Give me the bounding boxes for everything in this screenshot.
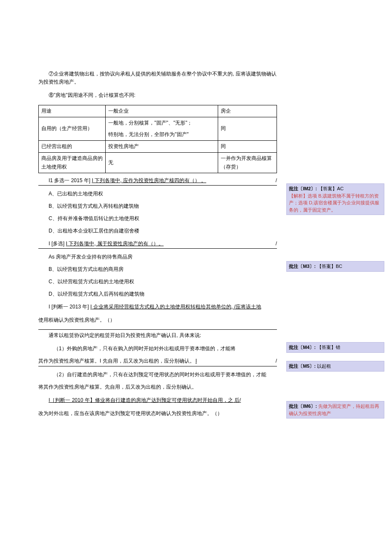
comment-label: 批注〔IM6〕: [289, 404, 317, 409]
paragraph-confirm-1b: 其作为投资性房地产核算。I 先自用，后又改为出租的，应分别确认。 I / [38, 357, 277, 366]
comment-m3: 批注〔M3〕: 【答案】BC [286, 261, 384, 272]
paragraph-confirm-2: （2）自行建造的房地产，只有在达到预定可使用状态的同时对外出租或用于资本增值的，… [38, 371, 277, 379]
q3-underline: I 企业将采用经营租赁方式租入的土地使用权转租给其他单位的, /应将该土地 [90, 304, 261, 310]
paragraph-8: ⑧"房地"因用途不同，会计核算也不同: [38, 91, 277, 99]
comment-label: 批注〔M5〕: [289, 363, 316, 369]
table-cell: 已经营出租的 [39, 141, 106, 153]
table-cell: 同 [218, 141, 277, 153]
q2-prefix: I [多选] [49, 241, 66, 247]
paragraph-confirm-2b: 将其作为投资性房地产核算。先自用，后又改为出租的，应分别确认。 [38, 383, 277, 391]
table-cell: 无 [106, 153, 218, 173]
paragraph-confirm-1: （1）外购的房地产，只有在购入的同时开始对外出租或用于资本增值的，才能将 [38, 345, 277, 353]
cell-line: 特别地，无法分别，全部作为"固产" [108, 131, 215, 139]
slash-mark: / [276, 357, 277, 365]
comment-body: 以起租 [317, 363, 331, 369]
table-cell: 一并作为开发商品核算（存货） [218, 153, 277, 173]
comment-answer: 【答案】BC [317, 264, 342, 269]
table-row: 已经营出租的 投资性房地产 同 [39, 141, 277, 153]
table-header: 一般企业 [106, 105, 218, 117]
comment-answer: 【答案】错 [317, 345, 340, 350]
comment-body: 【解析】选项 B,该建筑物不属于转租方的资产；选项 D,该宿舍楼属于为企业间接提… [289, 192, 382, 214]
q2-option-d: D、以经营租赁方式租入后再转租的建筑物 [38, 290, 277, 298]
table-row: 商品房及用于建造商品房的土地使用权 无 一并作为开发商品核算（存货） [39, 153, 277, 173]
paragraph-confirm: 通常以租赁协议约定的租赁开始日为投资性房地产确认日, 具体来说: [38, 331, 277, 340]
question-1-stem: I1 多选一 2015 年] I 下列各项中, 应作为投资性房地产核四的有（） … [38, 177, 277, 186]
page-root: ⑦企业将建筑物出租，按协议向承租人提供的相关辅助服务在整个协议中不重大的, 应将… [0, 0, 392, 431]
table-cell: 同 [218, 117, 277, 140]
comment-m4: 批注〔M4〕: 【答案】错 [286, 342, 384, 353]
comment-answer: 【答案】AC [318, 186, 343, 191]
comment-m5: 批注〔M5〕: 以起租 [286, 361, 384, 372]
comment-label: 批注〔M3〕: [289, 264, 316, 269]
comment-m6: 批注〔IM6〕: 先做为固定资产，待起租后再确认为投资性房地产 [286, 401, 384, 418]
q1-prefix: I1 多选一 2015 年] [49, 177, 92, 183]
table-row: 用途 一般企业 房企 [39, 105, 277, 117]
question-4-tail: 改为对外出租，应当在该房地产达到预定可使用状态时确认为投资性房地产。（） [38, 410, 277, 418]
table-cell: 一般地，分别核算，"固产"、"无形"； 特别地，无法分别，全部作为"固产" [106, 117, 218, 140]
q1-underline: I 下列各项中, 应作为投资性房地产核四的有（） 。 [92, 177, 206, 183]
question-2-stem: I [多选] I 下列各项中, 属于投资性房地产的有（）。 / [38, 240, 277, 249]
c1b-end: I [196, 357, 276, 365]
table-cell: 投资性房地产 [106, 141, 218, 153]
q2-option-a: As 房地产开发企业持有的待售商品房 [38, 253, 277, 261]
q4-underline: I［判断一 2010 年】修业将自行建造的房地产达到预定可使用状态时开始自用，之… [49, 397, 241, 403]
comment-m2: 批注〔IM2〕: 【答案】AC 【解析】选项 B,该建筑物不属于转租方的资产；选… [286, 183, 384, 215]
q1-option-d: D、出租给本企业职工居住的自建宿舍楼 [38, 227, 277, 235]
table-cell: 商品房及用于建造商品房的土地使用权 [39, 153, 106, 173]
comment-label: 批注〔IM2〕: [289, 186, 317, 191]
table-header: 用途 [39, 105, 106, 117]
q2-underline: I 下列各项中, 属于投资性房地产的有（）。 [66, 241, 164, 247]
section-divider [38, 329, 277, 330]
question-3-stem: I [判断一 2013 年] I 企业将采用经营租赁方式租入的土地使用权转租给其… [38, 303, 277, 311]
table-header: 房企 [218, 105, 277, 117]
table-cell: 自用的（生产经营用） [39, 117, 106, 140]
q1-option-b: B、以经营租赁方式租入再转租的建筑物 [38, 202, 277, 210]
question-3-tail: 使用权确认为投资性房地产。（） [38, 316, 277, 324]
comment-label: 批注〔M4〕: [289, 345, 316, 350]
c1b-text: 其作为投资性房地产核算。I 先自用，后又改为出租的，应分别确认。 [38, 357, 195, 365]
usage-table: 用途 一般企业 房企 自用的（生产经营用） 一般地，分别核算，"固产"、"无形"… [38, 105, 277, 173]
slash-mark: / [276, 240, 277, 248]
q2-option-c: C、以经营租赁方式出租的土地使用权 [38, 278, 277, 286]
slash-mark: / [276, 177, 277, 185]
cell-line: 一般地，分别核算，"固产"、"无形"； [108, 119, 215, 127]
q1-option-a: A、已出租的土地使用权 [38, 190, 277, 198]
question-4-stem: I［判断一 2010 年】修业将自行建造的房地产达到预定可使用状态时开始自用，之… [38, 396, 277, 404]
q2-option-b: B、以经营租赁方式出租的商用房 [38, 265, 277, 273]
q3-prefix: I [判断一 2013 年] [49, 304, 90, 310]
table-row: 自用的（生产经营用） 一般地，分别核算，"固产"、"无形"； 特别地，无法分别，… [39, 117, 277, 140]
q1-option-c: C、持有并准备增值后转让的土地使用权 [38, 215, 277, 223]
paragraph-7: ⑦企业将建筑物出租，按协议向承租人提供的相关辅助服务在整个协议中不重大的, 应将… [38, 70, 277, 86]
main-content: ⑦企业将建筑物出租，按协议向承租人提供的相关辅助服务在整个协议中不重大的, 应将… [0, 0, 285, 431]
